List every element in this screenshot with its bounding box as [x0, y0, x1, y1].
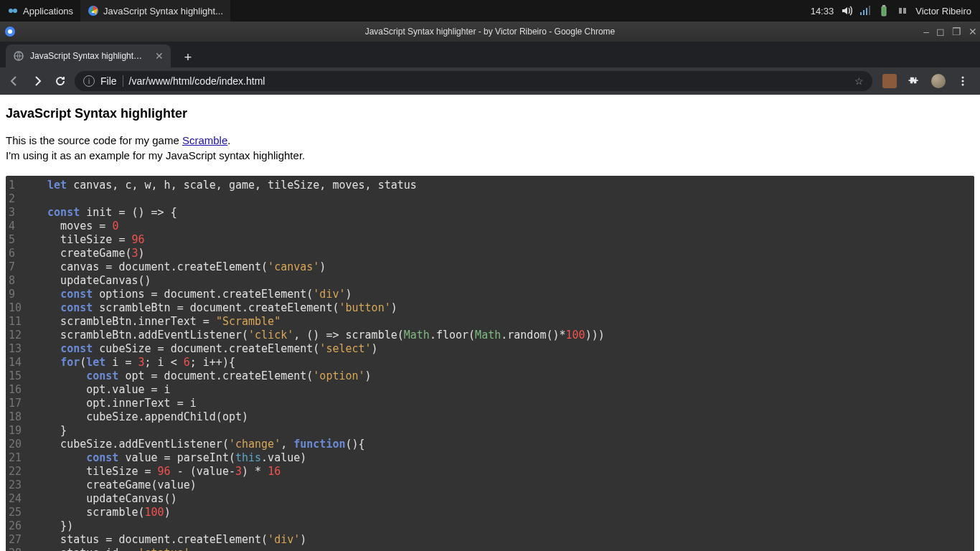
code-line: 13 const cubeSize = document.createEleme…	[6, 342, 974, 356]
page-heading: JavaScript Syntax highlighter	[6, 106, 974, 121]
extension-icon[interactable]	[882, 74, 897, 88]
code-text: const value = parseInt(this.value)	[32, 451, 306, 465]
svg-point-0	[9, 9, 13, 13]
bookmark-star-icon[interactable]: ☆	[854, 75, 864, 87]
taskbar-item-chrome[interactable]: JavaScript Syntax highlight...	[80, 0, 230, 22]
code-text: cubeSize.appendChild(opt)	[32, 410, 248, 424]
svg-rect-5	[863, 10, 864, 15]
line-number: 2	[6, 192, 32, 206]
close-button[interactable]: ✕	[969, 26, 977, 37]
extensions-button[interactable]	[907, 74, 921, 88]
code-line: 6 createGame(3)	[6, 247, 974, 260]
profile-avatar[interactable]	[931, 74, 946, 88]
code-text	[32, 192, 34, 206]
line-number: 28	[6, 547, 32, 552]
code-text: }	[32, 424, 67, 438]
code-line: 15 const opt = document.createElement('o…	[6, 369, 974, 383]
page-content[interactable]: JavaScript Syntax highlighter This is th…	[0, 95, 980, 551]
line-number: 9	[6, 288, 32, 301]
code-text: })	[32, 519, 73, 533]
code-text: for(let i = 3; i < 6; i++){	[32, 356, 235, 369]
new-tab-button[interactable]: +	[178, 47, 198, 67]
code-line: 1 let canvas, c, w, h, scale, game, tile…	[6, 179, 974, 192]
user-name[interactable]: Victor Ribeiro	[915, 6, 971, 17]
code-line: 21 const value = parseInt(this.value)	[6, 451, 974, 465]
tab-close-icon[interactable]: ✕	[155, 50, 164, 62]
code-text: opt.value = i	[32, 383, 171, 397]
code-line: 2	[6, 192, 974, 206]
network-icon[interactable]	[859, 5, 871, 17]
code-line: 18 cubeSize.appendChild(opt)	[6, 410, 974, 424]
svg-rect-6	[866, 8, 867, 15]
code-line: 3 const init = () => {	[6, 206, 974, 220]
restore-button[interactable]: ❐	[952, 26, 961, 37]
code-text: status = document.createElement('div')	[32, 533, 306, 547]
forward-button[interactable]	[29, 72, 46, 90]
code-line: 14 for(let i = 3; i < 6; i++){	[6, 356, 974, 369]
tab-label: JavaScript Syntax highlighter -	[30, 51, 146, 61]
code-line: 19 }	[6, 424, 974, 438]
arrow-left-icon	[8, 75, 21, 88]
code-text: status.id = 'status'	[32, 547, 190, 552]
code-line: 17 opt.innerText = i	[6, 397, 974, 410]
code-text: createGame(value)	[32, 479, 197, 492]
code-line: 20 cubeSize.addEventListener('change', f…	[6, 438, 974, 451]
code-text: scrambleBtn.addEventListener('click', ()…	[32, 329, 605, 342]
code-line: 4 moves = 0	[6, 220, 974, 233]
volume-icon[interactable]	[841, 5, 852, 17]
line-number: 14	[6, 356, 32, 369]
line-number: 27	[6, 533, 32, 547]
puzzle-icon	[908, 75, 920, 88]
back-button[interactable]	[6, 72, 23, 90]
menu-button[interactable]	[956, 74, 970, 88]
svg-rect-4	[860, 12, 862, 15]
battery-icon[interactable]	[878, 5, 890, 17]
code-line: 7 canvas = document.createElement('canva…	[6, 260, 974, 274]
code-text: tileSize = 96	[32, 233, 145, 247]
site-info-icon[interactable]: i	[83, 75, 95, 87]
line-number: 13	[6, 342, 32, 356]
line-number: 22	[6, 465, 32, 479]
scramble-link[interactable]: Scramble	[182, 134, 227, 146]
minimize-button[interactable]: –	[923, 26, 929, 37]
code-line: 16 opt.value = i	[6, 383, 974, 397]
code-line: 10 const scrambleBtn = document.createEl…	[6, 301, 974, 315]
svg-rect-9	[882, 5, 885, 6]
tab-strip: JavaScript Syntax highlighter - ✕ +	[0, 42, 980, 67]
code-line: 22 tileSize = 96 - (value-3) * 16	[6, 465, 974, 479]
xfce-icon	[7, 5, 19, 17]
window-chrome-icon	[4, 26, 16, 37]
line-number: 6	[6, 247, 32, 260]
svg-point-16	[962, 80, 964, 83]
line-number: 8	[6, 274, 32, 288]
line-number: 25	[6, 506, 32, 519]
maximize-button[interactable]: ◻	[936, 26, 945, 37]
code-line: 5 tileSize = 96	[6, 233, 974, 247]
code-text: canvas = document.createElement('canvas'…	[32, 260, 326, 274]
line-number: 18	[6, 410, 32, 424]
svg-rect-7	[869, 6, 870, 15]
line-number: 7	[6, 260, 32, 274]
power-icon[interactable]	[897, 5, 908, 17]
browser-tab[interactable]: JavaScript Syntax highlighter - ✕	[6, 44, 171, 67]
url-path: /var/www/html/code/index.html	[129, 75, 849, 87]
code-text: updateCanvas()	[32, 274, 151, 288]
code-line: 28 status.id = 'status'	[6, 547, 974, 552]
applications-menu[interactable]: Applications	[0, 5, 80, 17]
clock[interactable]: 14:33	[811, 6, 834, 17]
chrome-icon	[88, 5, 99, 17]
system-tray: 14:33 Victor Ribeiro	[802, 5, 980, 17]
code-text: createGame(3)	[32, 247, 145, 260]
svg-point-15	[962, 77, 964, 79]
applications-label: Applications	[23, 6, 73, 17]
line-number: 5	[6, 233, 32, 247]
code-line: 8 updateCanvas()	[6, 274, 974, 288]
code-text: const options = document.createElement('…	[32, 288, 352, 301]
kebab-icon	[957, 75, 969, 87]
reload-button[interactable]	[52, 72, 69, 90]
url-scheme-label: File	[100, 75, 117, 87]
code-text: const cubeSize = document.createElement(…	[32, 342, 378, 356]
line-number: 12	[6, 329, 32, 342]
address-bar[interactable]: i File /var/www/html/code/index.html ☆	[75, 71, 872, 91]
window-title: JavaScript Syntax highlighter - by Victo…	[365, 27, 616, 37]
